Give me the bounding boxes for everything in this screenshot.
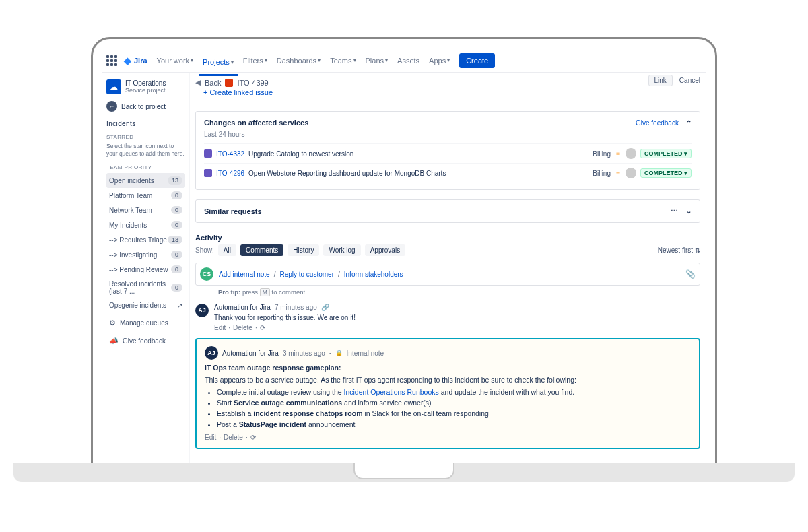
nav-filters[interactable]: Filters▾ [239,53,271,69]
back-caret-icon: ◀ [195,78,201,87]
refresh-icon[interactable]: ⟳ [260,324,265,331]
changes-subtitle: Last 24 hours [204,131,692,138]
give-feedback[interactable]: 📣Give feedback [106,333,185,349]
chevron-down-icon: ▾ [231,59,234,65]
sidebar-item[interactable]: --> Requires Triage13 [106,232,185,247]
permalink-icon[interactable]: 🔗 [321,304,329,311]
project-header: ☁ IT Operations Service project [106,79,185,94]
delete-link[interactable]: Delete [224,434,243,441]
team-priority-header: TEAM PRIORITY [106,164,185,170]
edit-link[interactable]: Edit [214,324,226,331]
sidebar-item[interactable]: Platform Team0 [106,188,185,203]
priority-icon: ＝ [615,149,621,158]
chevron-down-icon: ▾ [385,57,388,63]
tab-comments[interactable]: Comments [240,244,283,256]
issue-key[interactable]: ITO-4399 [237,79,268,87]
nav-teams[interactable]: Teams▾ [326,53,360,69]
chevron-down-icon: ▾ [447,57,450,63]
note-checklist: Complete initial outage review using the… [217,388,691,428]
nav-apps[interactable]: Apps▾ [425,53,454,69]
more-icon[interactable]: ⋯ [671,207,678,215]
sidebar-item[interactable]: --> Pending Review0 [106,262,185,277]
top-nav: ◆ Jira Your work▾ Projects▾ Filters▾ Das… [102,48,706,73]
project-name: IT Operations [125,79,166,87]
project-icon: ☁ [106,79,121,94]
sidebar-item[interactable]: --> Investigating0 [106,247,185,262]
inform-stakeholders[interactable]: Inform stakeholders [344,271,403,278]
runbooks-link[interactable]: Incident Operations Runbooks [344,388,439,396]
sidebar-item[interactable]: Opsgenie incidents↗ [106,298,185,312]
breadcrumb: ◀ Back ITO-4399 [195,78,700,87]
nav-assets[interactable]: Assets [393,53,424,69]
nav-dashboards[interactable]: Dashboards▾ [273,53,325,69]
refresh-icon[interactable]: ⟳ [250,434,256,441]
product-label: Jira [134,57,147,65]
change-title: Open Webstore Reporting dashboard update… [248,170,588,177]
attachment-icon[interactable]: 📎 [685,269,696,279]
sidebar: ☁ IT Operations Service project ← Back t… [102,73,190,463]
sidebar-item-label: --> Investigating [109,251,157,259]
delete-link[interactable]: Delete [233,324,252,331]
nav-your-work[interactable]: Your work▾ [153,53,198,69]
reply-to-customer[interactable]: Reply to customer [279,271,334,278]
tab-history[interactable]: History [288,244,319,256]
sidebar-item[interactable]: Network Team0 [106,203,185,218]
automation-avatar: AJ [205,346,218,360]
nav-plans[interactable]: Plans▾ [362,53,393,69]
list-item: Complete initial outage review using the… [217,388,691,396]
project-type: Service project [125,87,166,94]
create-linked-issue[interactable]: + Create linked issue [203,88,273,96]
megaphone-icon: 📣 [109,337,119,345]
edit-link[interactable]: Edit [205,434,216,441]
status-badge[interactable]: COMPLETED ▾ [640,149,692,158]
change-key[interactable]: ITO-4332 [216,150,244,158]
incident-type-icon [225,79,233,87]
sidebar-item[interactable]: My Incidents0 [106,218,185,232]
activity-title: Activity [195,234,700,242]
protip: Pro tip: press M to comment [218,288,700,296]
sidebar-item[interactable]: Open incidents13 [106,173,185,188]
count-badge: 0 [171,221,182,229]
sort-newest[interactable]: Newest first⇅ [658,246,700,254]
collapse-icon[interactable]: ⌃ [686,119,692,127]
priority-icon: ＝ [615,168,621,178]
app-switcher-icon[interactable] [106,55,117,66]
status-badge[interactable]: COMPLETED ▾ [640,168,692,178]
chevron-down-icon: ▾ [318,57,321,63]
back-link[interactable]: Back [205,79,221,87]
main-content: ◀ Back ITO-4399 + Create linked issue Li… [190,73,706,463]
tab-approvals[interactable]: Approvals [365,244,405,256]
change-category: Billing [593,170,611,177]
sidebar-item[interactable]: Resolved incidents (last 7 ...0 [106,277,185,298]
activity-section: Activity Show: All Comments History Work… [195,234,700,449]
tab-all[interactable]: All [218,244,236,256]
chevron-down-icon: ▾ [265,57,267,63]
chevron-down-icon: ▾ [354,57,356,63]
add-internal-note[interactable]: Add internal note [219,271,270,278]
change-category: Billing [593,150,611,158]
expand-icon[interactable]: ⌄ [686,207,692,215]
link-button[interactable]: Link [648,75,673,86]
change-key[interactable]: ITO-4296 [216,170,244,177]
cancel-link[interactable]: Cancel [679,77,700,84]
change-type-icon [204,169,212,177]
give-feedback-link[interactable]: Give feedback [636,119,679,127]
comment: AJ Automation for Jira 7 minutes ago 🔗 T… [195,304,700,331]
change-title: Upgrade Catalog to newest version [248,150,588,158]
nav-links: Your work▾ Projects▾ Filters▾ Dashboards… [153,53,454,69]
sidebar-item-label: --> Requires Triage [109,236,167,244]
user-avatar: CS [200,267,213,281]
sidebar-item-label: Platform Team [109,192,152,199]
jira-logo[interactable]: ◆ Jira [124,55,147,66]
back-to-project[interactable]: ← Back to project [106,101,185,112]
top-actions: Link Cancel [648,75,701,86]
comment-author: Automation for Jira [214,304,271,311]
starred-header: STARRED [106,134,185,140]
manage-queues[interactable]: ⚙Manage queues [106,315,185,331]
tab-worklog[interactable]: Work log [323,244,360,256]
comment-time: 7 minutes ago [275,304,317,311]
jira-mark-icon: ◆ [124,55,131,66]
list-item: Post a StatusPage incident announcement [217,420,691,428]
create-button[interactable]: Create [459,53,495,68]
sidebar-item-label: Resolved incidents (last 7 ... [109,280,171,295]
